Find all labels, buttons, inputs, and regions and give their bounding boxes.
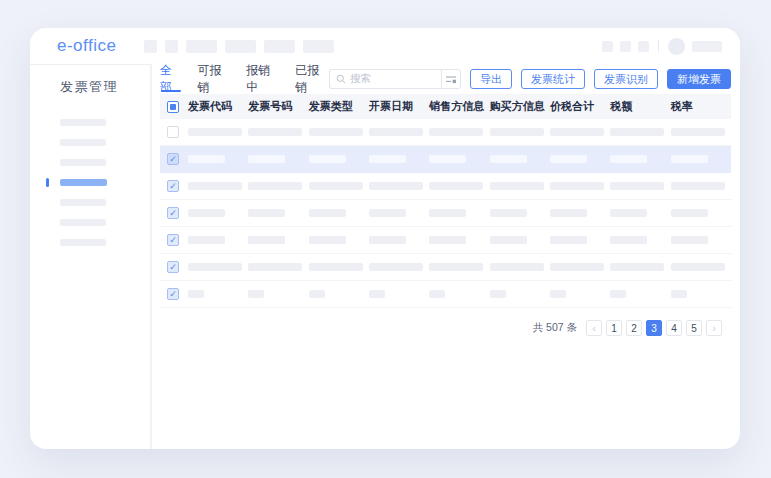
header-icon-placeholder <box>638 41 649 52</box>
table-cell <box>309 263 369 271</box>
sidebar-item-7[interactable] <box>60 239 106 246</box>
nav-placeholder-bar <box>225 40 256 53</box>
table-cell <box>610 290 670 298</box>
cell-placeholder <box>369 290 385 298</box>
table-cell <box>429 182 489 190</box>
column-header-1: 发票代码 <box>188 99 248 114</box>
avatar[interactable] <box>668 38 685 55</box>
nav-placeholder-bar <box>303 40 334 53</box>
table-row[interactable] <box>160 200 731 227</box>
header-right-area <box>602 38 722 55</box>
sidebar: 发票管理 <box>30 64 152 449</box>
cell-placeholder <box>309 263 363 271</box>
cell-placeholder <box>188 209 225 217</box>
cell-placeholder <box>309 128 363 136</box>
table-cell <box>671 209 731 217</box>
tab-3[interactable]: 报销中 <box>246 64 280 94</box>
column-header-2: 发票号码 <box>248 99 308 114</box>
table-cell <box>429 128 489 136</box>
row-checkbox[interactable] <box>167 153 179 165</box>
cell-placeholder <box>188 290 204 298</box>
pagination-prev-button[interactable]: ‹ <box>586 320 602 336</box>
table-cell <box>248 128 308 136</box>
filter-button[interactable] <box>441 69 461 89</box>
cell-placeholder <box>429 182 483 190</box>
table-row[interactable] <box>160 146 731 173</box>
table-row[interactable] <box>160 227 731 254</box>
cell-placeholder <box>610 155 647 163</box>
tab-2[interactable]: 可报销 <box>198 64 232 94</box>
pagination-next-button[interactable]: › <box>706 320 722 336</box>
row-checkbox[interactable] <box>167 180 179 192</box>
username-placeholder <box>692 41 722 52</box>
nav-placeholder-bar <box>264 40 295 53</box>
pagination-page-1[interactable]: 1 <box>606 320 622 336</box>
column-header-4: 开票日期 <box>369 99 429 114</box>
tab-bar: 全部可报销报销中已报销 <box>160 64 329 94</box>
cell-placeholder <box>490 155 527 163</box>
sidebar-item-1[interactable] <box>60 119 106 126</box>
table-header-row: 发票代码发票号码发票类型开票日期销售方信息购买方信息价税合计税额税率 <box>160 94 731 119</box>
pagination-total: 共 507 条 <box>533 321 577 335</box>
tab-1[interactable]: 全部 <box>160 64 183 94</box>
column-header-6: 购买方信息 <box>490 99 550 114</box>
table-row[interactable] <box>160 173 731 200</box>
sidebar-item-2[interactable] <box>60 139 106 146</box>
pagination-page-2[interactable]: 2 <box>626 320 642 336</box>
cell-placeholder <box>429 209 466 217</box>
cell-placeholder <box>550 290 566 298</box>
pagination-page-3[interactable]: 3 <box>646 320 662 336</box>
sidebar-item-5[interactable] <box>60 199 106 206</box>
table-cell <box>369 155 429 163</box>
pagination-page-5[interactable]: 5 <box>686 320 702 336</box>
row-checkbox[interactable] <box>167 261 179 273</box>
header-icon-placeholder <box>602 41 613 52</box>
row-checkbox-cell <box>160 126 188 138</box>
row-checkbox[interactable] <box>167 288 179 300</box>
add-invoice-button[interactable]: 新增发票 <box>667 69 731 89</box>
table-cell <box>369 128 429 136</box>
cell-placeholder <box>188 263 242 271</box>
table-cell <box>188 290 248 298</box>
table-cell <box>671 128 731 136</box>
cell-placeholder <box>188 182 242 190</box>
invoice-stats-button[interactable]: 发票统计 <box>521 69 585 89</box>
select-all-checkbox[interactable] <box>167 101 179 113</box>
table-cell <box>248 182 308 190</box>
table-row[interactable] <box>160 254 731 281</box>
row-checkbox-cell <box>160 288 188 300</box>
sidebar-item-3[interactable] <box>60 159 106 166</box>
table-cell <box>490 182 550 190</box>
search-input[interactable]: 搜索 <box>329 69 441 89</box>
table-cell <box>309 290 369 298</box>
table-cell <box>429 209 489 217</box>
export-button[interactable]: 导出 <box>470 69 512 89</box>
search-placeholder: 搜索 <box>350 72 371 86</box>
tab-4[interactable]: 已报销 <box>295 64 329 94</box>
table-body <box>160 119 731 308</box>
row-checkbox[interactable] <box>167 234 179 246</box>
sidebar-item-4-active[interactable] <box>60 179 107 186</box>
cell-placeholder <box>369 209 406 217</box>
table-row[interactable] <box>160 281 731 308</box>
row-checkbox[interactable] <box>167 126 179 138</box>
sidebar-item-6[interactable] <box>60 219 106 226</box>
table-cell <box>490 128 550 136</box>
header-icon-placeholder <box>620 41 631 52</box>
row-checkbox[interactable] <box>167 207 179 219</box>
table-row[interactable] <box>160 119 731 146</box>
table-cell <box>369 209 429 217</box>
pagination-page-4[interactable]: 4 <box>666 320 682 336</box>
invoice-recognition-button[interactable]: 发票识别 <box>594 69 658 89</box>
cell-placeholder <box>369 182 423 190</box>
cell-placeholder <box>610 290 626 298</box>
cell-placeholder <box>248 209 285 217</box>
cell-placeholder <box>671 128 725 136</box>
cell-placeholder <box>309 290 325 298</box>
cell-placeholder <box>550 182 604 190</box>
table-cell <box>610 209 670 217</box>
table-cell <box>610 182 670 190</box>
table-cell <box>610 263 670 271</box>
table-cell <box>429 155 489 163</box>
column-header-5: 销售方信息 <box>429 99 489 114</box>
